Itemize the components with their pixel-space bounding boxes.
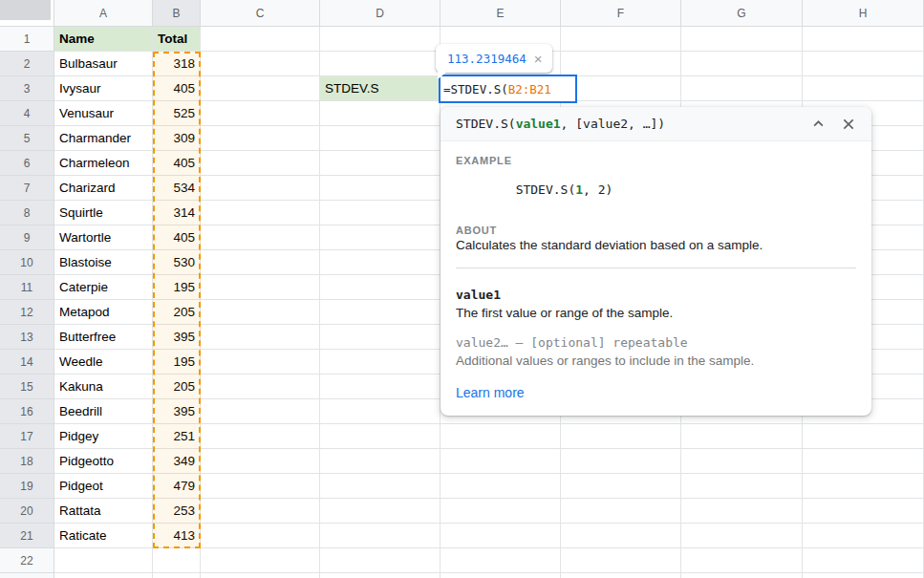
cell-A17[interactable]: Pidgey xyxy=(54,424,153,449)
cell-H19[interactable] xyxy=(803,474,924,499)
cell-A4[interactable]: Venusaur xyxy=(54,101,153,126)
cell-F17[interactable] xyxy=(561,424,681,449)
col-header-E[interactable]: E xyxy=(441,0,561,27)
row-header-23[interactable]: 23 xyxy=(0,573,54,578)
cell-H22[interactable] xyxy=(803,548,924,573)
cell-A16[interactable]: Beedrill xyxy=(54,399,153,424)
cell-D7[interactable] xyxy=(320,176,441,201)
cell-E18[interactable] xyxy=(441,449,561,474)
cell-C4[interactable] xyxy=(201,101,320,126)
cell-B10[interactable]: 530 xyxy=(153,250,201,275)
row-header-17[interactable]: 17 xyxy=(0,424,54,449)
row-header-2[interactable]: 2 xyxy=(0,52,54,76)
cell-C16[interactable] xyxy=(201,399,320,424)
cell-F19[interactable] xyxy=(561,474,681,499)
cell-B9[interactable]: 405 xyxy=(153,225,201,250)
cell-H17[interactable] xyxy=(803,424,924,449)
cell-F22[interactable] xyxy=(561,548,681,573)
row-header-5[interactable]: 5 xyxy=(0,126,54,151)
row-header-19[interactable]: 19 xyxy=(0,474,54,499)
cell-B6[interactable]: 405 xyxy=(153,151,201,176)
cell-D12[interactable] xyxy=(320,300,441,325)
cell-G22[interactable] xyxy=(681,548,803,573)
cell-H3[interactable] xyxy=(803,76,924,101)
cell-F20[interactable] xyxy=(561,499,681,524)
cell-D2[interactable] xyxy=(320,52,441,76)
cell-C10[interactable] xyxy=(201,250,320,275)
col-header-C[interactable]: C xyxy=(201,0,320,27)
cell-B16[interactable]: 395 xyxy=(153,399,201,424)
cell-A12[interactable]: Metapod xyxy=(54,300,153,325)
cell-C7[interactable] xyxy=(201,176,320,201)
cell-A8[interactable]: Squirtle xyxy=(54,201,153,225)
cell-H23[interactable] xyxy=(803,573,924,578)
cell-C12[interactable] xyxy=(201,300,320,325)
cell-G23[interactable] xyxy=(681,573,803,578)
row-header-3[interactable]: 3 xyxy=(0,76,54,101)
cell-C11[interactable] xyxy=(201,275,320,300)
cell-D18[interactable] xyxy=(320,449,441,474)
cell-C5[interactable] xyxy=(201,126,320,151)
cell-A14[interactable]: Weedle xyxy=(54,350,153,375)
row-header-11[interactable]: 11 xyxy=(0,275,54,300)
cell-C20[interactable] xyxy=(201,499,320,524)
cell-A18[interactable]: Pidgeotto xyxy=(54,449,153,474)
cell-G17[interactable] xyxy=(681,424,803,449)
cell-D8[interactable] xyxy=(320,201,441,225)
cell-A2[interactable]: Bulbasaur xyxy=(54,52,153,76)
cell-D1[interactable] xyxy=(320,27,441,52)
cell-B13[interactable]: 395 xyxy=(153,325,201,350)
cell-H18[interactable] xyxy=(803,449,924,474)
cell-B18[interactable]: 349 xyxy=(153,449,201,474)
cell-G20[interactable] xyxy=(681,499,803,524)
row-header-9[interactable]: 9 xyxy=(0,225,54,250)
cell-D4[interactable] xyxy=(320,101,441,126)
row-header-16[interactable]: 16 xyxy=(0,399,54,424)
row-header-12[interactable]: 12 xyxy=(0,300,54,325)
close-icon[interactable] xyxy=(837,113,860,136)
cell-C18[interactable] xyxy=(201,449,320,474)
cell-D9[interactable] xyxy=(320,225,441,250)
cell-A3[interactable]: Ivysaur xyxy=(54,76,153,101)
cell-G3[interactable] xyxy=(681,76,803,101)
cell-B1[interactable]: Total xyxy=(153,27,201,52)
learn-more-link[interactable]: Learn more xyxy=(456,385,525,400)
cell-B19[interactable]: 479 xyxy=(153,474,201,499)
cell-H1[interactable] xyxy=(803,27,924,52)
cell-A22[interactable] xyxy=(54,548,153,573)
cell-E17[interactable] xyxy=(441,424,561,449)
cell-D17[interactable] xyxy=(320,424,441,449)
cell-A1[interactable]: Name xyxy=(54,27,153,52)
cell-C15[interactable] xyxy=(201,375,320,399)
cell-C22[interactable] xyxy=(201,548,320,573)
cell-G19[interactable] xyxy=(681,474,803,499)
cell-E19[interactable] xyxy=(441,474,561,499)
cell-C13[interactable] xyxy=(201,325,320,350)
cell-D21[interactable] xyxy=(320,524,441,548)
cell-D19[interactable] xyxy=(320,474,441,499)
cell-G2[interactable] xyxy=(681,52,803,76)
row-header-13[interactable]: 13 xyxy=(0,325,54,350)
formula-edit-cell[interactable]: =STDEV.S(B2:B21 xyxy=(439,75,577,103)
cell-D20[interactable] xyxy=(320,499,441,524)
cell-D11[interactable] xyxy=(320,275,441,300)
cell-A9[interactable]: Wartortle xyxy=(54,225,153,250)
cell-C6[interactable] xyxy=(201,151,320,176)
cell-D14[interactable] xyxy=(320,350,441,375)
cell-B12[interactable]: 205 xyxy=(153,300,201,325)
cell-A19[interactable]: Pidgeot xyxy=(54,474,153,499)
cell-F18[interactable] xyxy=(561,449,681,474)
cell-D15[interactable] xyxy=(320,375,441,399)
row-header-7[interactable]: 7 xyxy=(0,176,54,201)
cell-C2[interactable] xyxy=(201,52,320,76)
cell-B8[interactable]: 314 xyxy=(153,201,201,225)
cell-B20[interactable]: 253 xyxy=(153,499,201,524)
row-header-22[interactable]: 22 xyxy=(0,548,54,573)
cell-B3[interactable]: 405 xyxy=(153,76,201,101)
cell-C23[interactable] xyxy=(201,573,320,578)
cell-A23[interactable] xyxy=(54,573,153,578)
col-header-A[interactable]: A xyxy=(54,0,153,27)
cell-C19[interactable] xyxy=(201,474,320,499)
cell-B21[interactable]: 413 xyxy=(153,524,201,548)
cell-C9[interactable] xyxy=(201,225,320,250)
